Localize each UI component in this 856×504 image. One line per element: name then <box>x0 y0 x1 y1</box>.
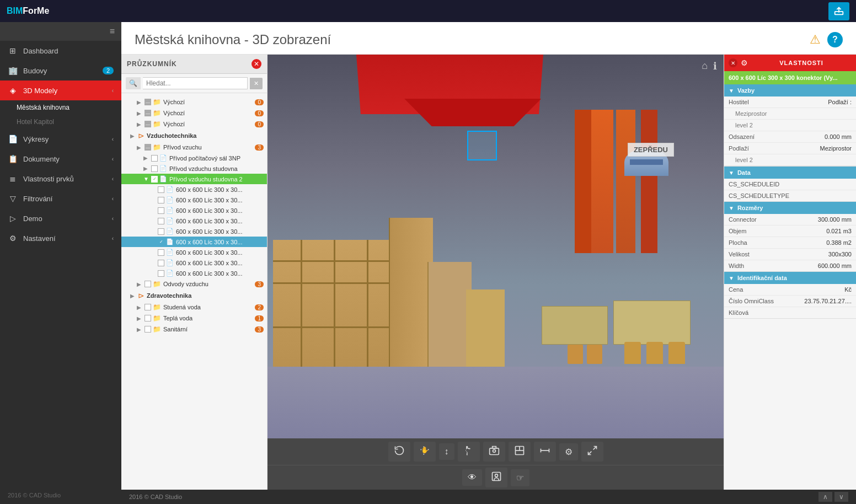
camera-button[interactable] <box>483 442 505 462</box>
checkbox[interactable]: ✓ <box>151 176 158 183</box>
footer: 2016 © CAD Studio ∧ ∨ <box>121 490 856 504</box>
settings-button[interactable]: ⚙ <box>559 443 578 460</box>
tree-item[interactable]: 📄 600 x 600 Líc 300 x 30... <box>121 247 267 258</box>
tree-item[interactable]: 📄 600 x 600 Líc 300 x 30... <box>121 268 267 278</box>
checkbox[interactable] <box>145 304 151 310</box>
view-button[interactable]: 👁 <box>462 469 482 486</box>
sidebar-item-vyresy[interactable]: 📄 Výkresy ‹ <box>0 129 121 149</box>
checkbox[interactable]: — <box>145 99 151 105</box>
zoom-button[interactable]: ↕ <box>439 443 454 460</box>
rotate-button[interactable] <box>388 442 410 462</box>
checkbox[interactable] <box>158 197 164 203</box>
sidebar-item-dashboard[interactable]: ⊞ Dashboard <box>0 41 121 61</box>
checkbox[interactable] <box>158 228 164 235</box>
checkbox[interactable]: — <box>145 110 151 116</box>
sidebar-item-vlastnosti-prvku[interactable]: ≣ Vlastnosti prvků ‹ <box>0 169 121 189</box>
search-input[interactable] <box>143 77 248 89</box>
expand-icon: ▶ <box>130 293 138 299</box>
info-icon[interactable]: ℹ <box>713 60 717 72</box>
tree-item-privod-studovna2[interactable]: ▼ ✓ 📄 Přívod vzduchu studovna 2 <box>121 174 267 184</box>
tree-item[interactable]: ▶ 📄 Přívod vzduchu studovna <box>121 163 267 174</box>
warning-icon[interactable]: ⚠ <box>810 33 821 47</box>
tree-close-button[interactable]: ✕ <box>252 59 261 69</box>
tree-item-selected[interactable]: ✓ 📄 600 x 600 Líc 300 x 30... <box>121 237 267 247</box>
props-section-header-data[interactable]: ▼ Data <box>724 167 856 179</box>
pan-button[interactable]: ✋ <box>414 442 436 462</box>
help-icon[interactable]: ? <box>827 32 843 47</box>
collapse-icon: ▼ <box>729 205 734 211</box>
checkbox[interactable] <box>145 326 151 333</box>
props-section-header-identifikacni[interactable]: ▼ Identifikační data <box>724 272 856 284</box>
touch-button[interactable]: ☞ <box>511 469 529 486</box>
walk-button[interactable] <box>458 442 480 462</box>
props-row: Velikost 300x300 <box>724 249 856 260</box>
item-label: 600 x 600 Líc 300 x 30... <box>176 228 264 235</box>
section-button[interactable] <box>509 442 531 462</box>
tree-item[interactable]: ▶ — 📁 Výchozí 0 <box>121 119 267 130</box>
home-icon[interactable]: ⌂ <box>702 60 708 72</box>
tree-item[interactable]: ▶ — 📁 Výchozí 0 <box>121 108 267 119</box>
viewer-top-icons: ⌂ ℹ <box>702 60 717 72</box>
tree-item[interactable]: 📄 600 x 600 Líc 300 x 30... <box>121 205 267 216</box>
checkbox[interactable] <box>151 165 158 172</box>
checkbox[interactable]: — <box>145 144 151 151</box>
file-icon: 📄 <box>166 196 174 203</box>
tree-section-vzduchotechnika[interactable]: ▶ ⊳ Vzduchotechnika <box>121 130 267 142</box>
tree-item-odvody[interactable]: ▶ 📁 Odvody vzduchu 3 <box>121 278 267 289</box>
main-layout: ≡ ⊞ Dashboard 🏢 Budovy 2 ◈ 3D Modely ‹ M… <box>0 22 856 504</box>
item-label: 600 x 600 Líc 300 x 30... <box>176 218 264 224</box>
item-label: Výchozí <box>163 110 253 116</box>
checkbox[interactable] <box>158 186 164 193</box>
sidebar-item-demo[interactable]: ▷ Demo ‹ <box>0 208 121 228</box>
sidebar-sub-hotel-kapitol[interactable]: Hotel Kapitol <box>17 115 121 129</box>
sidebar-toggle[interactable]: ≡ <box>0 22 121 41</box>
sidebar-item-budovy[interactable]: 🏢 Budovy 2 <box>0 61 121 81</box>
checkbox[interactable] <box>158 249 164 256</box>
save-view-button[interactable] <box>485 468 507 487</box>
checkbox[interactable] <box>145 315 151 321</box>
viewer-3d[interactable]: ZEPŘEDU <box>268 55 724 438</box>
tree-item[interactable]: 📄 600 x 600 Líc 300 x 30... <box>121 258 267 268</box>
folder-icon: 📁 <box>153 314 161 322</box>
measure-button[interactable] <box>534 442 556 462</box>
prop-val-connector: 300.000 mm <box>790 216 852 223</box>
checkbox[interactable]: ✓ <box>158 239 164 245</box>
props-close-icon[interactable]: ✕ <box>729 58 737 67</box>
sidebar-item-nastaveni[interactable]: ⚙ Nastavení ‹ <box>0 228 121 248</box>
tree-item[interactable]: 📄 600 x 600 Líc 300 x 30... <box>121 195 267 205</box>
demo-arrow: ‹ <box>112 216 114 222</box>
fullscreen-button[interactable] <box>581 442 603 462</box>
search-clear-button[interactable]: ✕ <box>250 78 263 89</box>
checkbox[interactable] <box>158 260 164 266</box>
checkbox[interactable]: — <box>145 121 151 127</box>
tree-item[interactable]: ▶ — 📁 Výchozí 0 <box>121 96 267 108</box>
sidebar-item-dokumenty[interactable]: 📋 Dokumenty ‹ <box>0 149 121 169</box>
sidebar-sub-mestska-knihovna[interactable]: Městská knihovna <box>17 100 121 115</box>
checkbox[interactable] <box>158 207 164 214</box>
sidebar-item-filtrovani[interactable]: ▽ Filtrování ‹ <box>0 189 121 208</box>
tree-item-studena-voda[interactable]: ▶ 📁 Studená voda 2 <box>121 302 267 313</box>
tree-item[interactable]: 📄 600 x 600 Líc 300 x 30... <box>121 216 267 226</box>
checkbox[interactable] <box>158 218 164 224</box>
footer-nav-next[interactable]: ∨ <box>834 492 848 502</box>
props-section-header-vazby[interactable]: ▼ Vazby <box>724 84 856 96</box>
props-section-header-rozmery[interactable]: ▼ Rozměry <box>724 202 856 214</box>
tree-item-privod-vzuchu[interactable]: ▶ — 📁 Přívod vzuchu 3 <box>121 142 267 153</box>
sidebar-item-3d-modely[interactable]: ◈ 3D Modely ‹ <box>0 81 121 100</box>
nastaveni-icon: ⚙ <box>8 234 18 243</box>
tree-section-zdravotechnika[interactable]: ▶ ⊳ Zdravotechnika <box>121 289 267 302</box>
checkbox[interactable] <box>158 270 164 277</box>
tree-item-tepla-voda[interactable]: ▶ 📁 Teplá voda 1 <box>121 313 267 324</box>
props-settings-icon[interactable]: ⚙ <box>741 58 748 67</box>
tree-item[interactable]: 📄 600 x 600 Líc 300 x 30... <box>121 184 267 195</box>
checkbox[interactable] <box>145 281 151 287</box>
footer-nav-prev[interactable]: ∧ <box>818 492 832 502</box>
tree-item-sanitarni[interactable]: ▶ 📁 Sanitární 3 <box>121 324 267 335</box>
section-icon: ⊳ <box>138 291 145 300</box>
tree-item[interactable]: 📄 600 x 600 Líc 300 x 30... <box>121 226 267 237</box>
expand-icon: ▶ <box>137 315 145 321</box>
tree-item[interactable]: ▶ 📄 Přívod počítačový sál 3NP <box>121 153 267 163</box>
item-label: Výchozí <box>163 99 253 105</box>
checkbox[interactable] <box>151 155 158 162</box>
upload-icon[interactable] <box>828 2 849 20</box>
